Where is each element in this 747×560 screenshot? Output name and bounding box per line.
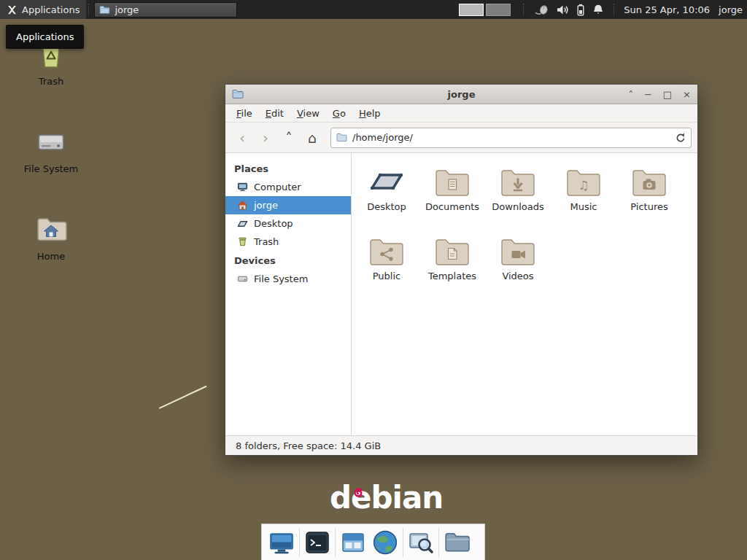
dock-separator [438,528,439,557]
terminal-icon [305,530,330,555]
folder-item-label: Music [551,201,616,212]
globe-icon [372,529,398,556]
templates-folder-icon [419,235,485,267]
downloads-folder-icon [485,166,551,198]
sidebar-item-jorge[interactable]: jorge [225,196,351,214]
folder-item-desktop[interactable]: Desktop [354,166,419,212]
menu-go[interactable]: Go [326,106,352,121]
folder-item-label: Videos [485,271,551,281]
folder-item-label: Templates [419,271,485,281]
top-panel: Applications jorge [0,0,747,19]
folder-item-pictures[interactable]: Pictures [616,166,682,212]
debian-logo: debian [330,480,432,518]
applications-label: Applications [22,4,80,15]
clock[interactable]: Sun 25 Apr, 10:06 [624,4,710,15]
folder-item-label: Public [354,271,419,281]
volume-icon[interactable] [557,4,569,15]
folder-icon [99,5,110,15]
dock-terminal-button[interactable] [301,526,333,559]
dock-file-windows-button[interactable] [337,526,369,559]
forward-button[interactable]: › [255,127,276,149]
menu-view[interactable]: View [290,106,326,121]
applications-icon [7,4,18,15]
menu-help[interactable]: Help [352,106,387,121]
sidebar-item-label: jorge [254,200,278,211]
notifications-bell-icon[interactable] [592,4,604,15]
wallpaper-scratch [159,386,207,409]
desktop-icon-file-system[interactable]: File System [16,125,86,174]
sidebar-item-computer[interactable]: Computer [225,178,351,196]
folder-item-videos[interactable]: Videos [485,235,551,281]
folder-icon-view: Desktop Documents [352,153,697,435]
pictures-folder-icon [616,166,682,198]
toolbar: ‹ › ˄ ⌂ /home/jorge/ [225,122,697,153]
workspace-switcher[interactable] [459,4,511,16]
applications-tooltip: Applications [6,25,84,49]
workspace-1[interactable] [459,4,484,16]
folder-item-public[interactable]: Public [354,235,419,281]
sidebar-item-label: Trash [254,236,279,247]
home-folder-icon [16,213,86,246]
debian-wordmark: debian [330,480,443,516]
folder-item-templates[interactable]: Templates [419,235,485,281]
taskbar-window-button[interactable]: jorge [94,2,237,18]
menu-file[interactable]: File [230,106,259,121]
dock-desktop-settings-button[interactable] [266,526,298,559]
mouse-icon[interactable] [535,4,549,15]
dock-app-finder-button[interactable] [405,526,437,559]
folder-item-music[interactable]: ♫ Music [551,166,616,212]
hard-drive-icon [237,273,248,284]
folder-item-documents[interactable]: Documents [419,166,485,212]
window-title: jorge [225,89,697,100]
location-bar[interactable]: /home/jorge/ [330,128,692,148]
videos-folder-icon [485,235,551,267]
applications-menu-button[interactable]: Applications [0,0,86,19]
dock-separator [403,528,403,557]
workspace-2[interactable] [486,4,511,16]
desktop-icon-label: File System [16,163,86,174]
titlebar[interactable]: jorge ˄ − □ × [225,85,697,104]
statusbar: 8 folders, Free space: 14.4 GiB [225,435,697,455]
dock-web-browser-button[interactable] [369,526,401,559]
window-folder-icon [232,89,244,99]
maximize-button[interactable]: □ [663,85,672,104]
sidebar-item-file-system[interactable]: File System [225,270,351,288]
svg-text:♫: ♫ [578,178,589,192]
debian-swirl-icon [349,484,367,502]
statusbar-text: 8 folders, Free space: 14.4 GiB [236,440,381,451]
desktop-icon-home[interactable]: Home [16,213,86,262]
window-controls: ˄ − □ × [628,85,691,104]
trash-icon [237,236,248,247]
computer-icon [237,182,248,192]
sidebar-item-trash[interactable]: Trash [225,233,351,251]
home-button[interactable]: ⌂ [301,127,323,149]
music-folder-icon: ♫ [551,166,616,198]
folder-item-downloads[interactable]: Downloads [485,166,551,212]
system-tray [535,4,604,16]
minimize-button[interactable]: − [644,85,652,104]
up-button[interactable]: ˄ [278,127,300,149]
sidebar-item-desktop[interactable]: Desktop [225,214,351,233]
taskbar-window-label: jorge [115,4,139,15]
close-button[interactable]: × [683,85,691,104]
dock-separator [335,528,336,557]
battery-icon[interactable] [577,4,584,16]
panel-separator [523,4,525,15]
location-folder-icon [336,133,347,142]
folder-item-label: Documents [419,201,485,212]
dock-file-manager-button[interactable] [441,526,473,559]
reload-icon[interactable] [675,132,686,143]
app-finder-icon [409,530,433,555]
folder-item-label: Desktop [354,201,419,212]
sidebar: Places Computer [225,153,352,435]
panel-separator [614,4,616,15]
public-folder-icon [354,235,419,267]
location-path[interactable]: /home/jorge/ [352,132,670,143]
back-button[interactable]: ‹ [231,127,253,149]
menu-edit[interactable]: Edit [259,106,290,121]
sidebar-item-label: Computer [254,182,301,192]
window-body: Places Computer [225,153,697,435]
shade-button[interactable]: ˄ [628,85,633,104]
user-menu[interactable]: jorge [719,4,743,15]
dock-separator [299,528,300,557]
